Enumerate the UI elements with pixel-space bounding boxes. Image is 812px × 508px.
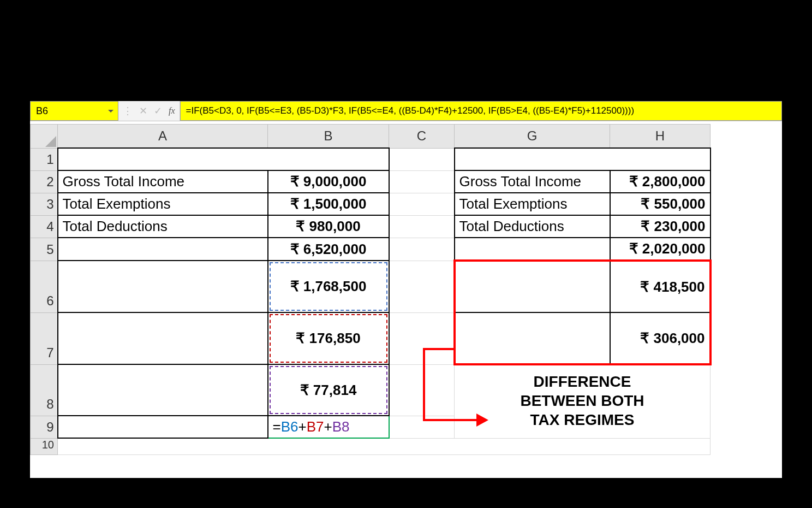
enter-icon[interactable]: ✓ [154, 105, 162, 117]
formula-part: + [298, 418, 307, 435]
blank-cell[interactable] [389, 170, 455, 193]
row-header[interactable]: 5 [31, 238, 58, 261]
col-header-C[interactable]: C [389, 125, 455, 149]
right-label[interactable]: Total Deductions [455, 215, 610, 238]
formula-bar: B6 ⋮ ✕ ✓ fx =IF(B5<D3, 0, IF(B5<=E3, (B5… [30, 101, 782, 121]
row-header[interactable]: 10 [31, 438, 58, 454]
name-box-value: B6 [36, 105, 48, 117]
spreadsheet-grid[interactable]: A B C G H 1 Income Details Alex's Income… [30, 124, 782, 478]
left-total-formula-cell[interactable]: =B6+B7+B8 [268, 416, 389, 438]
right-taxable-label[interactable]: Taxable Income [455, 238, 610, 261]
row-header[interactable]: 1 [31, 148, 58, 170]
blank-cell[interactable] [389, 193, 455, 215]
left-total-label[interactable]: Total Tax [58, 416, 268, 438]
annotation-area: DIFFERENCE BETWEEN BOTH TAX REGIMES [455, 364, 710, 438]
blank-cell[interactable] [389, 238, 455, 261]
blank-cell[interactable] [389, 312, 455, 364]
formula-text: =IF(B5<D3, 0, IF(B5<=E3, (B5-D3)*F3, IF(… [186, 105, 635, 116]
grid-table: A B C G H 1 Income Details Alex's Income… [30, 124, 712, 455]
col-header-B[interactable]: B [268, 125, 389, 149]
dots-icon: ⋮ [123, 105, 133, 117]
right-regime-value[interactable]: ₹ 418,500 [610, 261, 710, 312]
col-header-A[interactable]: A [58, 125, 268, 149]
value-text: ₹ 77,814 [300, 382, 357, 398]
arrow-head-icon [476, 414, 495, 427]
name-box[interactable]: B6 [30, 101, 118, 121]
arrow-line-icon [423, 348, 454, 350]
formula-ref-b8: B8 [332, 418, 350, 435]
left-calc-label[interactable]: Tax on Income (Old Tax Regime) [58, 261, 268, 312]
right-label[interactable]: Total Exemptions [455, 193, 610, 215]
right-value[interactable]: ₹ 230,000 [610, 215, 710, 238]
row-header[interactable]: 2 [31, 170, 58, 193]
value-text: ₹ 1,768,500 [290, 278, 367, 294]
left-calc-value[interactable]: ₹ 77,814 [268, 364, 389, 416]
fx-icon[interactable]: fx [169, 106, 175, 116]
formula-ref-b7: B7 [307, 418, 324, 435]
right-regime-value[interactable]: ₹ 306,000 [610, 312, 710, 364]
formula-part: + [324, 418, 332, 435]
left-value[interactable]: ₹ 980,000 [268, 215, 389, 238]
right-regime-label[interactable]: Tax on Income (Old Tax Regime) [455, 261, 610, 312]
row-header[interactable]: 6 [31, 261, 58, 312]
left-calc-value[interactable]: ₹ 176,850 [268, 312, 389, 364]
arrow-line-icon [423, 349, 425, 420]
blank-cell[interactable] [389, 215, 455, 238]
blank-cell[interactable] [389, 261, 455, 312]
annotation-text: DIFFERENCE BETWEEN BOTH TAX REGIMES [520, 372, 644, 429]
formula-part: = [273, 418, 281, 435]
left-label[interactable]: Total Exemptions [58, 193, 268, 215]
formula-ref-b6: B6 [281, 418, 298, 435]
col-header-G[interactable]: G [455, 125, 610, 149]
row-header[interactable]: 9 [31, 416, 58, 438]
col-header-H[interactable]: H [610, 125, 710, 149]
left-calc-value[interactable]: ₹ 1,768,500 [268, 261, 389, 312]
right-regime-label[interactable]: Tax on Income (New Tax Regime) [455, 312, 610, 364]
row-header[interactable]: 8 [31, 364, 58, 416]
left-value[interactable]: ₹ 9,000,000 [268, 170, 389, 193]
excel-window: B6 ⋮ ✕ ✓ fx =IF(B5<D3, 0, IF(B5<=E3, (B5… [30, 101, 782, 478]
right-header: Alex's Income Details [455, 148, 710, 170]
blank-cell[interactable] [58, 438, 710, 454]
row-header[interactable]: 3 [31, 193, 58, 215]
right-taxable-value[interactable]: ₹ 2,020,000 [610, 238, 710, 261]
value-text: ₹ 176,850 [296, 330, 360, 346]
row-header[interactable]: 4 [31, 215, 58, 238]
left-taxable-label[interactable]: Taxable Income [58, 238, 268, 261]
arrow-line-icon [423, 419, 477, 421]
left-calc-label[interactable]: 4% Health & Education Cess [58, 364, 268, 416]
right-value[interactable]: ₹ 550,000 [610, 193, 710, 215]
right-label[interactable]: Gross Total Income [455, 170, 610, 193]
left-taxable-value[interactable]: ₹ 6,520,000 [268, 238, 389, 261]
right-value[interactable]: ₹ 2,800,000 [610, 170, 710, 193]
cancel-icon[interactable]: ✕ [139, 105, 147, 117]
select-all-corner[interactable] [31, 125, 58, 149]
left-header: Income Details [58, 148, 389, 170]
blank-cell[interactable] [389, 148, 455, 170]
left-calc-label[interactable]: 10% Surcharge for Income more than 50 La… [58, 312, 268, 364]
formula-bar-buttons: ⋮ ✕ ✓ fx [118, 101, 180, 121]
row-header[interactable]: 7 [31, 312, 58, 364]
left-value[interactable]: ₹ 1,500,000 [268, 193, 389, 215]
left-label[interactable]: Gross Total Income [58, 170, 268, 193]
blank-cell[interactable] [389, 364, 455, 416]
formula-input[interactable]: =IF(B5<D3, 0, IF(B5<=E3, (B5-D3)*F3, IF(… [180, 101, 782, 121]
left-label[interactable]: Total Deductions [58, 215, 268, 238]
